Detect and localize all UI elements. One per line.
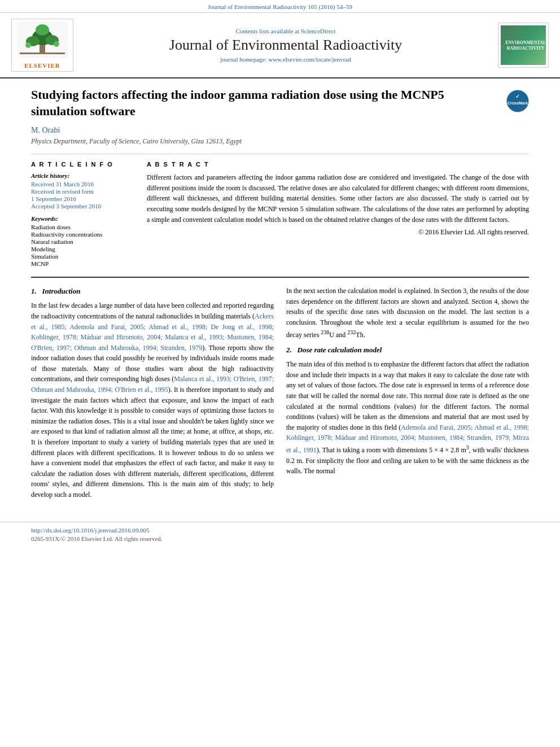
kw-4: Modeling xyxy=(31,246,135,252)
journal-header: ELSEVIER Contents lists available at Sci… xyxy=(0,13,560,78)
kw-5: Simulation xyxy=(31,253,135,260)
homepage-link[interactable]: www.elsevier.com/locate/jenvrad xyxy=(268,56,351,63)
cover-image: ENVIRONMENTAL RADIOACTIVITY xyxy=(501,25,546,65)
crossmark-icon: ✓ CrossMark xyxy=(506,90,529,112)
journal-cover-logo: ENVIRONMENTAL RADIOACTIVITY xyxy=(498,23,549,68)
page-footer: http://dx.doi.org/10.1016/j.jenvrad.2016… xyxy=(0,522,560,545)
keywords-label: Keywords: xyxy=(31,215,135,222)
ref-link-1[interactable]: Ackers et al., 1985; Ademola and Farai, … xyxy=(31,312,274,352)
sciencedirect-line: Contents lists available at ScienceDirec… xyxy=(73,28,498,34)
abstract-label: A B S T R A C T xyxy=(147,161,529,168)
kw-3: Natural radiation xyxy=(31,238,135,245)
history-revised-date: 1 September 2016 xyxy=(31,195,135,202)
svg-text:CrossMark: CrossMark xyxy=(508,101,528,105)
elsevier-tree-icon xyxy=(17,21,68,58)
body-right-col: In the next section the calculation mode… xyxy=(286,286,529,504)
footer-issn: 0265-931X/© 2016 Elsevier Ltd. All right… xyxy=(31,535,529,542)
journal-title: Journal of Environmental Radioactivity xyxy=(73,37,498,54)
abstract-copyright: © 2016 Elsevier Ltd. All rights reserved… xyxy=(147,228,529,237)
article-title: Studying factors affecting the indoor ga… xyxy=(31,87,498,119)
article-info: A R T I C L E I N F O Article history: R… xyxy=(31,161,135,268)
cover-svg xyxy=(501,27,505,64)
ref-link-3[interactable]: Ademola and Farai, 2005; Ahmad et al., 1… xyxy=(286,423,529,454)
history-received: Received 31 March 2016 xyxy=(31,181,135,187)
journal-center-info: Contents lists available at ScienceDirec… xyxy=(73,28,498,63)
abstract-text: Different factors and parameters affecti… xyxy=(147,172,529,225)
history-revised-label: Received in revised form xyxy=(31,188,135,195)
article-title-row: Studying factors affecting the indoor ga… xyxy=(31,87,529,119)
dose-para-1: The main idea of this method is to empha… xyxy=(286,359,529,477)
elsevier-logo-container: ELSEVIER xyxy=(11,19,73,72)
sciencedirect-link[interactable]: ScienceDirect xyxy=(301,28,336,34)
history-accepted: Accepted 3 September 2016 xyxy=(31,203,135,209)
author-affiliation: Physics Department, Faculty of Science, … xyxy=(31,137,529,146)
history-label: Article history: xyxy=(31,172,135,179)
body-left-col: 1. Introduction In the last few decades … xyxy=(31,286,274,504)
journal-citation: Journal of Environmental Radioactivity 1… xyxy=(208,3,352,10)
right-logo-box: ENVIRONMENTAL RADIOACTIVITY xyxy=(498,23,549,68)
svg-text:✓: ✓ xyxy=(515,94,520,99)
intro-heading: 1. Introduction xyxy=(31,286,274,297)
kw-2: Radioactivity concentrations xyxy=(31,231,135,238)
right-logo-label: ENVIRONMENTAL RADIOACTIVITY xyxy=(505,40,546,51)
footer-doi[interactable]: http://dx.doi.org/10.1016/j.jenvrad.2016… xyxy=(31,527,529,534)
intro-para-1: In the last few decades a large number o… xyxy=(31,300,274,500)
homepage-line: journal homepage: www.elsevier.com/locat… xyxy=(73,56,498,63)
svg-point-7 xyxy=(25,42,31,48)
and-connector: and xyxy=(73,480,82,488)
svg-point-6 xyxy=(36,24,49,36)
author-name: M. Orabi xyxy=(31,126,529,135)
ref-link-2[interactable]: Malanca et al., 1993; O'Brien, 1997; Oth… xyxy=(31,375,274,394)
article-info-label: A R T I C L E I N F O xyxy=(31,161,135,168)
kw-1: Radiation doses xyxy=(31,224,135,230)
intro-para-2: In the next section the calculation mode… xyxy=(286,286,529,340)
svg-point-13 xyxy=(501,45,502,46)
article-container: Studying factors affecting the indoor ga… xyxy=(0,78,560,516)
title-divider xyxy=(31,154,529,154)
svg-point-11 xyxy=(504,43,505,45)
journal-top-bar: Journal of Environmental Radioactivity 1… xyxy=(0,0,560,13)
body-divider xyxy=(31,277,529,278)
article-meta-row: A R T I C L E I N F O Article history: R… xyxy=(31,161,529,268)
elsevier-label: ELSEVIER xyxy=(14,62,71,69)
elsevier-logo-box: ELSEVIER xyxy=(11,19,73,72)
crossmark-badge[interactable]: ✓ CrossMark xyxy=(506,90,529,112)
dose-section-heading: 2. Dose rate calculation model xyxy=(286,344,529,356)
abstract-section: A B S T R A C T Different factors and pa… xyxy=(147,161,529,268)
svg-point-8 xyxy=(54,41,59,47)
kw-6: MCNP xyxy=(31,260,135,267)
body-columns: 1. Introduction In the last few decades … xyxy=(31,286,529,504)
